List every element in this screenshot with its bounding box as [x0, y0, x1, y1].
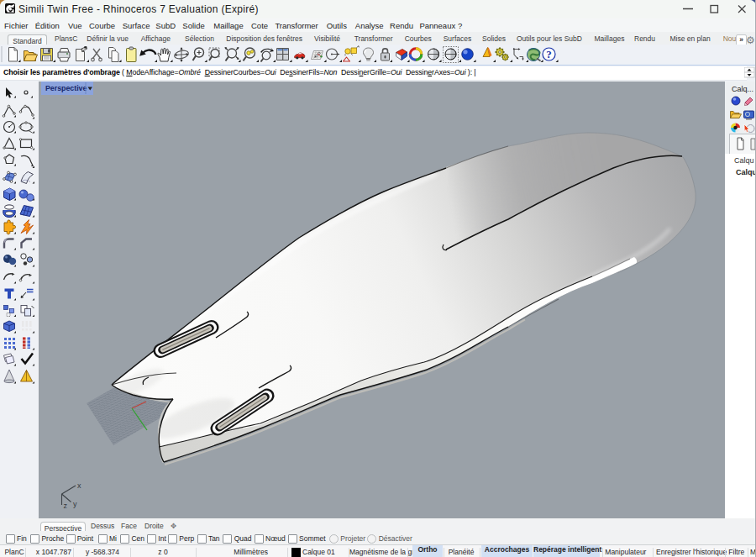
svg-text:y: y [73, 500, 77, 508]
svg-text:Perspective: Perspective [45, 84, 87, 92]
svg-text:z: z [64, 502, 68, 510]
svg-text:?: ? [546, 48, 552, 60]
svg-text:x: x [77, 481, 81, 490]
